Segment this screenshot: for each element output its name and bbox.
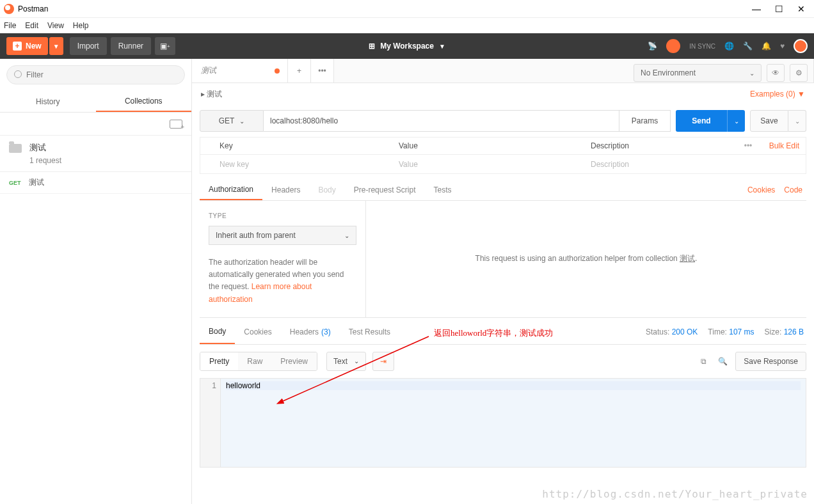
maximize-icon[interactable]: ☐ xyxy=(775,4,783,14)
auth-collection-link[interactable]: 测试 xyxy=(680,254,695,263)
view-raw[interactable]: Raw xyxy=(238,352,271,370)
collection-name: 测试 xyxy=(29,142,61,154)
send-button[interactable]: Send xyxy=(676,110,727,132)
satellite-icon[interactable]: 📡 xyxy=(648,42,657,51)
view-preview[interactable]: Preview xyxy=(271,352,317,370)
param-value-input[interactable]: Value xyxy=(392,160,584,169)
chevron-down-icon: ▼ xyxy=(439,43,445,50)
titlebar: Postman — ☐ ✕ xyxy=(0,0,814,18)
format-select[interactable]: Text ⌄ xyxy=(326,352,366,371)
main: History Collections 测试 1 request GET 测试 … xyxy=(0,59,814,504)
resp-tab-headers[interactable]: Headers (3) xyxy=(281,320,340,344)
auth-type-select[interactable]: Inherit auth from parent ⌄ xyxy=(209,226,356,245)
request-tab[interactable]: 测试 xyxy=(192,59,288,83)
notifications-icon[interactable]: 🔔 xyxy=(762,42,771,51)
new-collection-icon[interactable] xyxy=(170,120,182,129)
resp-tab-tests[interactable]: Test Results xyxy=(340,320,399,344)
environment-label: No Environment xyxy=(641,68,696,77)
resp-tab-cookies[interactable]: Cookies xyxy=(235,320,280,344)
chevron-down-icon: ⌄ xyxy=(749,70,754,77)
add-tab-button[interactable]: + xyxy=(288,59,311,83)
params-header: Key Value Description ••• Bulk Edit xyxy=(200,137,806,155)
tab-history[interactable]: History xyxy=(0,91,96,112)
new-button-label: New xyxy=(26,42,42,51)
params-row[interactable]: New key Value Description xyxy=(200,155,806,174)
view-pretty[interactable]: Pretty xyxy=(200,352,238,370)
method-badge: GET xyxy=(9,180,21,186)
response-body: 1 helloworld xyxy=(200,378,806,468)
method-label: GET xyxy=(219,116,235,125)
minimize-icon[interactable]: — xyxy=(752,4,761,14)
menubar: File Edit View Help xyxy=(0,18,814,33)
status-code: 200 OK xyxy=(672,327,698,336)
new-dropdown[interactable]: ▼ xyxy=(49,37,63,55)
main-toolbar: + New ▼ Import Runner ▣+ ⊞ My Workspace … xyxy=(0,33,814,59)
param-key-input[interactable]: New key xyxy=(200,160,392,169)
app-logo-icon xyxy=(4,4,14,14)
auth-info: This request is using an authorization h… xyxy=(366,201,806,317)
save-button[interactable]: Save xyxy=(750,110,788,132)
import-button[interactable]: Import xyxy=(70,37,107,55)
cookies-link[interactable]: Cookies xyxy=(747,185,775,194)
code-content[interactable]: helloworld xyxy=(221,379,806,467)
workspace-label: My Workspace xyxy=(380,42,434,51)
menu-file[interactable]: File xyxy=(4,21,16,30)
response-status: Status: 200 OK Time: 107 ms Size: 126 B xyxy=(646,327,806,336)
params-button[interactable]: Params xyxy=(619,110,671,132)
browse-icon[interactable]: 🌐 xyxy=(724,42,734,51)
save-dropdown[interactable]: ⌄ xyxy=(788,110,806,132)
settings-icon[interactable]: 🔧 xyxy=(743,42,753,51)
auth-type-value: Inherit auth from parent xyxy=(216,231,296,240)
examples-link[interactable]: Examples (0) ▼ xyxy=(750,90,805,98)
workspace-selector[interactable]: ⊞ My Workspace ▼ xyxy=(369,42,445,51)
col-desc: Description xyxy=(584,141,735,150)
tab-more-button[interactable]: ••• xyxy=(311,59,334,83)
sidebar: History Collections 测试 1 request GET 测试 xyxy=(0,59,192,504)
menu-help[interactable]: Help xyxy=(73,21,89,30)
col-value: Value xyxy=(392,141,584,150)
search-response-icon[interactable]: 🔍 xyxy=(716,355,729,368)
tab-collections[interactable]: Collections xyxy=(96,91,192,112)
env-preview-icon[interactable]: 👁 xyxy=(767,64,785,82)
param-desc-input[interactable]: Description xyxy=(584,160,806,169)
user-avatar-icon[interactable] xyxy=(794,39,808,53)
menu-edit[interactable]: Edit xyxy=(25,21,38,30)
auth-description: The authorization header will be automat… xyxy=(209,256,356,306)
filter-input[interactable] xyxy=(6,65,185,84)
env-settings-icon[interactable]: ⚙ xyxy=(790,64,808,82)
collection-sub: 1 request xyxy=(29,156,61,165)
method-select[interactable]: GET ⌄ xyxy=(200,110,264,132)
tab-tests[interactable]: Tests xyxy=(424,179,460,200)
save-response-button[interactable]: Save Response xyxy=(735,352,806,371)
new-window-button[interactable]: ▣+ xyxy=(155,37,175,55)
headers-count: (3) xyxy=(321,327,331,336)
tab-authorization[interactable]: Authorization xyxy=(200,179,262,200)
breadcrumb[interactable]: ▸ 测试 xyxy=(201,89,222,100)
params-more-icon[interactable]: ••• xyxy=(735,141,761,150)
url-input[interactable] xyxy=(264,110,619,132)
request-item[interactable]: GET 测试 xyxy=(0,172,191,194)
environment-select[interactable]: No Environment ⌄ xyxy=(634,64,762,82)
bulk-edit-link[interactable]: Bulk Edit xyxy=(761,141,806,150)
new-button[interactable]: + New xyxy=(6,37,48,55)
copy-icon[interactable]: ⧉ xyxy=(697,355,710,368)
window-title: Postman xyxy=(18,4,752,13)
breadcrumb-label: 测试 xyxy=(207,90,222,98)
runner-button[interactable]: Runner xyxy=(111,37,151,55)
code-link[interactable]: Code xyxy=(784,185,802,194)
close-icon[interactable]: ✕ xyxy=(797,4,805,14)
resp-tab-body[interactable]: Body xyxy=(200,320,235,344)
request-name: 测试 xyxy=(29,177,44,188)
tab-prerequest[interactable]: Pre-request Script xyxy=(345,179,425,200)
send-dropdown[interactable]: ⌄ xyxy=(727,110,745,132)
heart-icon[interactable]: ♥ xyxy=(780,42,785,51)
chevron-down-icon: ⌄ xyxy=(354,358,359,365)
folder-icon xyxy=(9,144,22,153)
collection-item[interactable]: 测试 1 request xyxy=(0,136,191,172)
wrap-button[interactable]: ⇥ xyxy=(372,352,394,371)
sync-avatar-icon[interactable] xyxy=(666,39,680,53)
tab-body[interactable]: Body xyxy=(309,179,344,200)
tab-headers[interactable]: Headers xyxy=(262,179,309,200)
menu-view[interactable]: View xyxy=(47,21,64,30)
plus-icon: + xyxy=(13,42,22,51)
